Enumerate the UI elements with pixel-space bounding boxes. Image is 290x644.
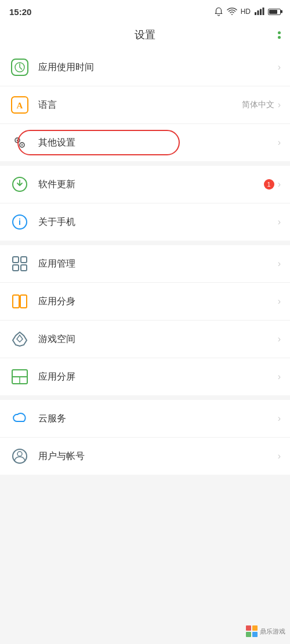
wifi-icon — [227, 8, 237, 16]
svg-rect-15 — [13, 257, 19, 263]
svg-point-25 — [17, 452, 22, 456]
cloud-service-icon — [9, 408, 30, 429]
svg-rect-0 — [255, 12, 256, 15]
signal-icon — [254, 8, 264, 16]
section-apps: 应用管理 › 应用分身 › 游戏空间 › — [0, 245, 290, 395]
app-clone-label: 应用分身 — [38, 296, 278, 308]
settings-item-app-usage-time[interactable]: 应用使用时间 › — [0, 49, 290, 86]
split-screen-icon — [9, 366, 30, 387]
svg-point-10 — [17, 140, 19, 141]
about-phone-label: 关于手机 — [38, 216, 278, 228]
chevron-icon: › — [278, 100, 281, 110]
section-system: 软件更新 1 › i 关于手机 › — [0, 166, 290, 241]
chevron-icon: › — [278, 137, 281, 148]
chevron-icon: › — [278, 179, 281, 190]
watermark: 鼎乐游戏 — [246, 625, 285, 637]
svg-rect-2 — [260, 9, 262, 16]
software-update-icon — [9, 174, 30, 195]
app-management-label: 应用管理 — [38, 258, 278, 270]
page-header: 设置 — [0, 21, 290, 49]
svg-text:i: i — [19, 217, 21, 227]
svg-rect-18 — [21, 265, 27, 271]
watermark-logo — [246, 625, 258, 637]
svg-text:A: A — [17, 101, 23, 110]
about-phone-icon: i — [9, 212, 30, 232]
app-usage-icon — [9, 57, 30, 78]
update-badge: 1 — [264, 179, 274, 190]
notification-icon — [214, 7, 223, 16]
app-clone-icon — [9, 291, 30, 312]
chevron-icon: › — [278, 296, 281, 307]
split-screen-label: 应用分屏 — [38, 371, 278, 383]
user-account-label: 用户与帐号 — [38, 450, 278, 463]
status-icons: HD — [214, 7, 281, 16]
hd-label: HD — [241, 8, 251, 16]
other-settings-label: 其他设置 — [38, 137, 278, 149]
game-space-icon — [9, 329, 30, 350]
language-value: 简体中文 — [242, 100, 274, 110]
settings-item-game-space[interactable]: 游戏空间 › — [0, 321, 290, 358]
cloud-service-label: 云服务 — [38, 413, 278, 425]
chevron-icon: › — [278, 334, 281, 344]
svg-rect-16 — [21, 257, 27, 263]
svg-rect-3 — [263, 8, 264, 15]
svg-rect-20 — [20, 295, 27, 308]
chevron-icon: › — [278, 372, 281, 382]
svg-rect-19 — [13, 295, 19, 308]
settings-item-app-clone[interactable]: 应用分身 › — [0, 283, 290, 321]
chevron-icon: › — [278, 259, 281, 269]
svg-rect-17 — [13, 265, 19, 271]
watermark-text: 鼎乐游戏 — [260, 627, 285, 636]
app-management-icon — [9, 253, 30, 274]
game-space-label: 游戏空间 — [38, 333, 278, 345]
settings-item-language[interactable]: A 语言 简体中文 › — [0, 86, 290, 124]
chevron-icon: › — [278, 451, 281, 461]
section-general: 应用使用时间 › A 语言 简体中文 › 其他设置 › — [0, 49, 290, 161]
section-account: 云服务 › 用户与帐号 › — [0, 400, 290, 475]
chevron-icon: › — [278, 62, 281, 72]
page-title: 设置 — [135, 28, 155, 42]
settings-item-cloud-service[interactable]: 云服务 › — [0, 400, 290, 438]
chevron-icon: › — [278, 217, 281, 227]
settings-item-about-phone[interactable]: i 关于手机 › — [0, 203, 290, 241]
header-menu-button[interactable] — [278, 31, 281, 39]
settings-item-other-settings[interactable]: 其他设置 › — [0, 124, 290, 161]
settings-item-split-screen[interactable]: 应用分屏 › — [0, 358, 290, 395]
battery-icon — [268, 9, 281, 15]
software-update-label: 软件更新 — [38, 179, 264, 191]
language-icon: A — [9, 94, 30, 115]
dots-menu-icon — [278, 31, 281, 39]
status-time: 15:20 — [9, 7, 31, 17]
settings-item-app-management[interactable]: 应用管理 › — [0, 245, 290, 283]
svg-point-11 — [21, 144, 23, 146]
chevron-icon: › — [278, 413, 281, 424]
settings-item-user-account[interactable]: 用户与帐号 › — [0, 438, 290, 475]
status-bar: 15:20 HD — [0, 0, 290, 21]
user-account-icon — [9, 446, 30, 467]
app-usage-time-label: 应用使用时间 — [38, 61, 278, 74]
settings-item-software-update[interactable]: 软件更新 1 › — [0, 166, 290, 203]
language-label: 语言 — [38, 99, 242, 111]
other-settings-icon — [9, 132, 30, 153]
svg-rect-1 — [258, 10, 259, 15]
